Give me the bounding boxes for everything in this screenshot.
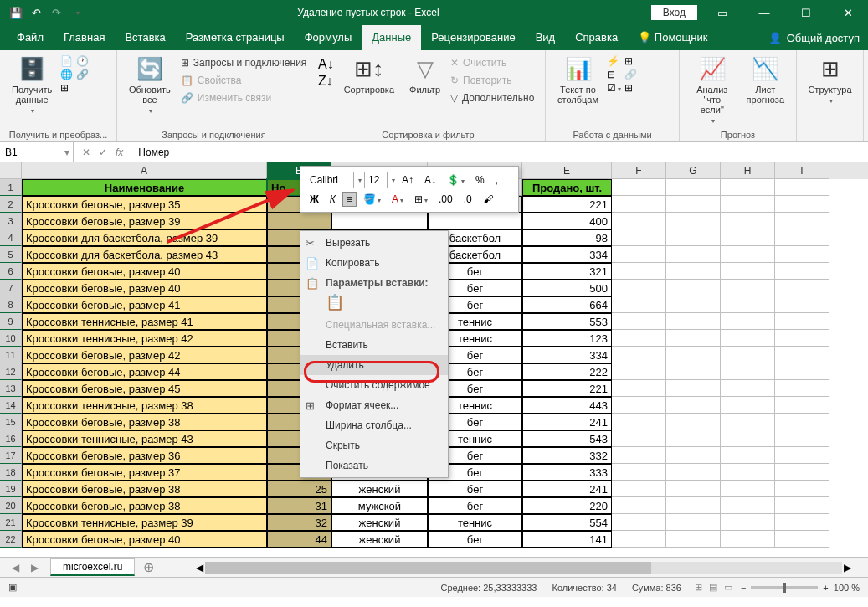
cell[interactable]: Кроссовки теннисные, размер 38 bbox=[22, 397, 267, 414]
cell[interactable] bbox=[666, 397, 721, 414]
cell[interactable]: 221 bbox=[522, 380, 612, 397]
row-header[interactable]: 17 bbox=[0, 447, 22, 464]
cell[interactable] bbox=[666, 296, 721, 313]
cell[interactable] bbox=[775, 514, 829, 531]
cell[interactable]: бег bbox=[428, 531, 522, 548]
cell[interactable]: 25 bbox=[267, 481, 331, 497]
cell[interactable]: женский bbox=[331, 531, 428, 548]
ctx-copy[interactable]: 📄Копировать bbox=[300, 253, 448, 273]
cell[interactable] bbox=[721, 514, 775, 531]
cell[interactable]: Кроссовки беговые, размер 39 bbox=[22, 213, 267, 229]
ctx-format-cells[interactable]: ⊞Формат ячеек... bbox=[300, 395, 448, 415]
record-macro-icon[interactable]: ▣ bbox=[8, 582, 17, 593]
cell[interactable] bbox=[666, 414, 721, 430]
cell[interactable]: Кроссовки беговые, размер 38 bbox=[22, 414, 267, 430]
cell[interactable] bbox=[775, 414, 829, 430]
cell[interactable] bbox=[721, 280, 775, 296]
row-header[interactable]: 4 bbox=[0, 229, 22, 246]
cell[interactable] bbox=[775, 347, 829, 363]
cell[interactable] bbox=[721, 296, 775, 313]
cell[interactable] bbox=[612, 464, 666, 481]
add-sheet-icon[interactable]: ⊕ bbox=[135, 559, 162, 575]
cell[interactable]: Наименование bbox=[22, 179, 267, 196]
font-color-icon[interactable]: A▾ bbox=[388, 192, 408, 207]
cell[interactable] bbox=[775, 296, 829, 313]
row-header[interactable]: 14 bbox=[0, 397, 22, 414]
connections-icon[interactable]: 🔗 bbox=[76, 69, 89, 80]
tab-home[interactable]: Главная bbox=[54, 25, 115, 50]
cell[interactable] bbox=[721, 430, 775, 447]
cell[interactable]: Кроссовки теннисные, размер 43 bbox=[22, 430, 267, 447]
cell[interactable] bbox=[721, 497, 775, 514]
cell[interactable] bbox=[666, 363, 721, 380]
col-header-e[interactable]: E bbox=[522, 162, 612, 179]
data-valid-icon[interactable]: ☑▾ bbox=[607, 82, 621, 94]
cell[interactable]: 443 bbox=[522, 397, 612, 414]
row-header[interactable]: 21 bbox=[0, 514, 22, 531]
cell[interactable]: 241 bbox=[522, 414, 612, 430]
cell[interactable] bbox=[666, 313, 721, 330]
cell[interactable] bbox=[721, 347, 775, 363]
cell[interactable] bbox=[666, 514, 721, 531]
row-header[interactable]: 12 bbox=[0, 363, 22, 380]
filter-button[interactable]: ▽Фильтр bbox=[404, 54, 445, 105]
tab-file[interactable]: Файл bbox=[7, 25, 54, 50]
cell[interactable] bbox=[612, 363, 666, 380]
cell[interactable] bbox=[666, 531, 721, 548]
cell[interactable] bbox=[612, 430, 666, 447]
qat-more-icon[interactable]: ▾ bbox=[70, 5, 85, 20]
cell[interactable] bbox=[666, 263, 721, 280]
cell[interactable] bbox=[666, 196, 721, 213]
tab-review[interactable]: Рецензирование bbox=[421, 25, 525, 50]
from-table-icon[interactable]: ⊞ bbox=[60, 82, 73, 94]
cell[interactable] bbox=[721, 380, 775, 397]
zoom-out-icon[interactable]: − bbox=[741, 583, 746, 593]
cell[interactable] bbox=[775, 380, 829, 397]
cell[interactable] bbox=[721, 313, 775, 330]
cell[interactable]: 400 bbox=[522, 213, 612, 229]
cell[interactable] bbox=[721, 531, 775, 548]
cell[interactable]: бег bbox=[428, 481, 522, 497]
cell[interactable] bbox=[612, 280, 666, 296]
cell[interactable] bbox=[612, 397, 666, 414]
zoom-in-icon[interactable]: + bbox=[823, 583, 828, 593]
cell[interactable]: Кроссовки беговые, размер 45 bbox=[22, 380, 267, 397]
cell[interactable] bbox=[612, 246, 666, 263]
cell[interactable] bbox=[666, 430, 721, 447]
outline-button[interactable]: ⊞Структура▾ bbox=[804, 54, 856, 106]
cell[interactable]: женский bbox=[331, 514, 428, 531]
cell[interactable] bbox=[666, 280, 721, 296]
cell[interactable] bbox=[666, 497, 721, 514]
cell[interactable]: Кроссовки для баскетбола, размер 43 bbox=[22, 246, 267, 263]
row-header[interactable]: 2 bbox=[0, 196, 22, 213]
tab-prev-icon[interactable]: ◀ bbox=[12, 562, 19, 574]
cell[interactable] bbox=[775, 313, 829, 330]
cell[interactable]: 321 bbox=[522, 263, 612, 280]
cell[interactable] bbox=[721, 229, 775, 246]
cell[interactable] bbox=[331, 213, 428, 229]
cell[interactable]: 44 bbox=[267, 531, 331, 548]
row-header[interactable]: 13 bbox=[0, 380, 22, 397]
cell[interactable] bbox=[721, 447, 775, 464]
from-web-icon[interactable]: 🌐 bbox=[60, 69, 73, 80]
row-header[interactable]: 11 bbox=[0, 347, 22, 363]
name-box[interactable]: B1▾ bbox=[0, 142, 74, 162]
cell[interactable]: 222 bbox=[522, 363, 612, 380]
cell[interactable] bbox=[612, 196, 666, 213]
ctx-delete[interactable]: Удалить bbox=[300, 355, 448, 375]
cell[interactable] bbox=[721, 330, 775, 347]
ctx-insert[interactable]: Вставить bbox=[300, 335, 448, 355]
cell[interactable]: 221 bbox=[522, 196, 612, 213]
tab-help[interactable]: Справка bbox=[565, 25, 628, 50]
bold-button[interactable]: Ж bbox=[306, 192, 323, 207]
cell[interactable]: 332 bbox=[522, 447, 612, 464]
cell[interactable] bbox=[721, 246, 775, 263]
cell[interactable]: Кроссовки беговые, размер 35 bbox=[22, 196, 267, 213]
ctx-column-width[interactable]: Ширина столбца... bbox=[300, 415, 448, 435]
cell[interactable] bbox=[666, 481, 721, 497]
tab-view[interactable]: Вид bbox=[526, 25, 566, 50]
cell[interactable]: Кроссовки беговые, размер 44 bbox=[22, 363, 267, 380]
cell[interactable] bbox=[666, 447, 721, 464]
cell[interactable] bbox=[612, 514, 666, 531]
sort-button[interactable]: ⊞↕Сортировка bbox=[339, 54, 399, 105]
